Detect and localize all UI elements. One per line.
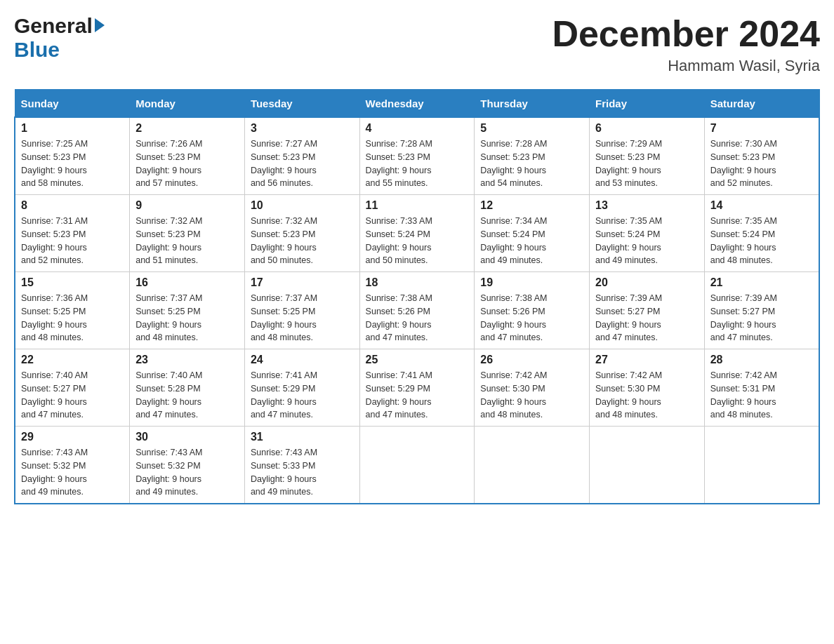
day-info: Sunrise: 7:43 AMSunset: 5:32 PMDaylight:… bbox=[21, 446, 124, 499]
day-number: 4 bbox=[366, 122, 469, 135]
day-info: Sunrise: 7:38 AMSunset: 5:26 PMDaylight:… bbox=[480, 292, 583, 344]
calendar-cell: 7Sunrise: 7:30 AMSunset: 5:23 PMDaylight… bbox=[704, 117, 819, 195]
weekday-header-sunday: Sunday bbox=[15, 90, 130, 117]
day-info: Sunrise: 7:41 AMSunset: 5:29 PMDaylight:… bbox=[251, 369, 354, 422]
day-info: Sunrise: 7:37 AMSunset: 5:25 PMDaylight:… bbox=[135, 292, 239, 344]
calendar-cell bbox=[704, 427, 819, 504]
day-number: 17 bbox=[251, 276, 354, 289]
day-number: 23 bbox=[135, 354, 239, 366]
calendar-cell: 23Sunrise: 7:40 AMSunset: 5:28 PMDayligh… bbox=[130, 349, 245, 427]
day-number: 26 bbox=[480, 354, 583, 366]
weekday-header-wednesday: Wednesday bbox=[359, 90, 475, 117]
title-block: December 2024 Hammam Wasil, Syria bbox=[552, 14, 820, 75]
weekday-header-tuesday: Tuesday bbox=[244, 90, 359, 117]
day-number: 16 bbox=[135, 276, 239, 289]
weekday-header-friday: Friday bbox=[590, 90, 705, 117]
weekday-header-saturday: Saturday bbox=[704, 90, 819, 117]
day-info: Sunrise: 7:38 AMSunset: 5:26 PMDaylight:… bbox=[366, 292, 469, 344]
day-number: 10 bbox=[251, 199, 354, 212]
calendar-cell: 15Sunrise: 7:36 AMSunset: 5:25 PMDayligh… bbox=[15, 272, 130, 349]
day-info: Sunrise: 7:42 AMSunset: 5:31 PMDaylight:… bbox=[710, 369, 813, 422]
day-number: 5 bbox=[480, 122, 583, 135]
calendar-cell: 6Sunrise: 7:29 AMSunset: 5:23 PMDaylight… bbox=[590, 117, 705, 195]
calendar-cell: 2Sunrise: 7:26 AMSunset: 5:23 PMDaylight… bbox=[130, 117, 245, 195]
day-number: 3 bbox=[251, 122, 354, 135]
calendar-cell: 25Sunrise: 7:41 AMSunset: 5:29 PMDayligh… bbox=[359, 349, 475, 427]
day-number: 2 bbox=[135, 122, 239, 135]
day-number: 20 bbox=[595, 276, 699, 289]
logo-arrow-icon bbox=[95, 18, 105, 32]
day-number: 8 bbox=[21, 199, 124, 212]
day-info: Sunrise: 7:27 AMSunset: 5:23 PMDaylight:… bbox=[251, 137, 354, 190]
calendar-cell: 30Sunrise: 7:43 AMSunset: 5:32 PMDayligh… bbox=[130, 427, 245, 504]
day-number: 12 bbox=[480, 199, 583, 212]
day-number: 7 bbox=[710, 122, 813, 135]
day-info: Sunrise: 7:28 AMSunset: 5:23 PMDaylight:… bbox=[480, 137, 583, 190]
day-info: Sunrise: 7:26 AMSunset: 5:23 PMDaylight:… bbox=[135, 137, 239, 190]
day-number: 21 bbox=[710, 276, 813, 289]
day-info: Sunrise: 7:34 AMSunset: 5:24 PMDaylight:… bbox=[480, 215, 583, 267]
calendar-cell: 27Sunrise: 7:42 AMSunset: 5:30 PMDayligh… bbox=[590, 349, 705, 427]
day-info: Sunrise: 7:31 AMSunset: 5:23 PMDaylight:… bbox=[21, 215, 124, 267]
day-info: Sunrise: 7:32 AMSunset: 5:23 PMDaylight:… bbox=[135, 215, 239, 267]
calendar-cell: 16Sunrise: 7:37 AMSunset: 5:25 PMDayligh… bbox=[130, 272, 245, 349]
day-number: 24 bbox=[251, 354, 354, 366]
calendar-cell: 3Sunrise: 7:27 AMSunset: 5:23 PMDaylight… bbox=[244, 117, 359, 195]
week-row-2: 8Sunrise: 7:31 AMSunset: 5:23 PMDaylight… bbox=[15, 195, 819, 272]
calendar-cell: 17Sunrise: 7:37 AMSunset: 5:25 PMDayligh… bbox=[244, 272, 359, 349]
calendar-cell: 5Sunrise: 7:28 AMSunset: 5:23 PMDaylight… bbox=[475, 117, 590, 195]
calendar-cell: 22Sunrise: 7:40 AMSunset: 5:27 PMDayligh… bbox=[15, 349, 130, 427]
calendar-cell: 31Sunrise: 7:43 AMSunset: 5:33 PMDayligh… bbox=[244, 427, 359, 504]
day-info: Sunrise: 7:43 AMSunset: 5:32 PMDaylight:… bbox=[135, 446, 239, 499]
calendar-cell: 24Sunrise: 7:41 AMSunset: 5:29 PMDayligh… bbox=[244, 349, 359, 427]
day-number: 29 bbox=[21, 431, 124, 443]
calendar-cell: 8Sunrise: 7:31 AMSunset: 5:23 PMDaylight… bbox=[15, 195, 130, 272]
day-info: Sunrise: 7:39 AMSunset: 5:27 PMDaylight:… bbox=[595, 292, 699, 344]
day-number: 1 bbox=[21, 122, 124, 135]
logo-general-text: General bbox=[14, 14, 93, 38]
calendar-cell: 4Sunrise: 7:28 AMSunset: 5:23 PMDaylight… bbox=[359, 117, 475, 195]
calendar-cell bbox=[359, 427, 475, 504]
day-info: Sunrise: 7:41 AMSunset: 5:29 PMDaylight:… bbox=[366, 369, 469, 422]
day-number: 27 bbox=[595, 354, 699, 366]
day-number: 14 bbox=[710, 199, 813, 212]
calendar-table: SundayMondayTuesdayWednesdayThursdayFrid… bbox=[14, 89, 820, 504]
calendar-cell: 21Sunrise: 7:39 AMSunset: 5:27 PMDayligh… bbox=[704, 272, 819, 349]
day-info: Sunrise: 7:28 AMSunset: 5:23 PMDaylight:… bbox=[366, 137, 469, 190]
day-number: 28 bbox=[710, 354, 813, 366]
day-info: Sunrise: 7:30 AMSunset: 5:23 PMDaylight:… bbox=[710, 137, 813, 190]
calendar-cell: 20Sunrise: 7:39 AMSunset: 5:27 PMDayligh… bbox=[590, 272, 705, 349]
day-info: Sunrise: 7:36 AMSunset: 5:25 PMDaylight:… bbox=[21, 292, 124, 344]
day-info: Sunrise: 7:35 AMSunset: 5:24 PMDaylight:… bbox=[595, 215, 699, 267]
week-row-3: 15Sunrise: 7:36 AMSunset: 5:25 PMDayligh… bbox=[15, 272, 819, 349]
day-info: Sunrise: 7:40 AMSunset: 5:28 PMDaylight:… bbox=[135, 369, 239, 422]
day-info: Sunrise: 7:25 AMSunset: 5:23 PMDaylight:… bbox=[21, 137, 124, 190]
day-number: 25 bbox=[366, 354, 469, 366]
day-info: Sunrise: 7:37 AMSunset: 5:25 PMDaylight:… bbox=[251, 292, 354, 344]
location-subtitle: Hammam Wasil, Syria bbox=[552, 57, 820, 75]
day-number: 11 bbox=[366, 199, 469, 212]
calendar-cell: 18Sunrise: 7:38 AMSunset: 5:26 PMDayligh… bbox=[359, 272, 475, 349]
logo: General Blue bbox=[14, 14, 105, 62]
calendar-cell: 26Sunrise: 7:42 AMSunset: 5:30 PMDayligh… bbox=[475, 349, 590, 427]
week-row-4: 22Sunrise: 7:40 AMSunset: 5:27 PMDayligh… bbox=[15, 349, 819, 427]
day-info: Sunrise: 7:35 AMSunset: 5:24 PMDaylight:… bbox=[710, 215, 813, 267]
weekday-header-monday: Monday bbox=[130, 90, 245, 117]
logo-blue-text: Blue bbox=[14, 38, 60, 62]
day-number: 22 bbox=[21, 354, 124, 366]
day-number: 13 bbox=[595, 199, 699, 212]
calendar-cell: 1Sunrise: 7:25 AMSunset: 5:23 PMDaylight… bbox=[15, 117, 130, 195]
day-info: Sunrise: 7:33 AMSunset: 5:24 PMDaylight:… bbox=[366, 215, 469, 267]
day-number: 31 bbox=[251, 431, 354, 443]
calendar-cell: 28Sunrise: 7:42 AMSunset: 5:31 PMDayligh… bbox=[704, 349, 819, 427]
day-info: Sunrise: 7:39 AMSunset: 5:27 PMDaylight:… bbox=[710, 292, 813, 344]
calendar-cell: 19Sunrise: 7:38 AMSunset: 5:26 PMDayligh… bbox=[475, 272, 590, 349]
week-row-1: 1Sunrise: 7:25 AMSunset: 5:23 PMDaylight… bbox=[15, 117, 819, 195]
page-header: General Blue December 2024 Hammam Wasil,… bbox=[14, 14, 820, 75]
calendar-cell: 11Sunrise: 7:33 AMSunset: 5:24 PMDayligh… bbox=[359, 195, 475, 272]
day-info: Sunrise: 7:43 AMSunset: 5:33 PMDaylight:… bbox=[251, 446, 354, 499]
calendar-cell: 13Sunrise: 7:35 AMSunset: 5:24 PMDayligh… bbox=[590, 195, 705, 272]
day-number: 15 bbox=[21, 276, 124, 289]
day-info: Sunrise: 7:42 AMSunset: 5:30 PMDaylight:… bbox=[595, 369, 699, 422]
day-number: 30 bbox=[135, 431, 239, 443]
